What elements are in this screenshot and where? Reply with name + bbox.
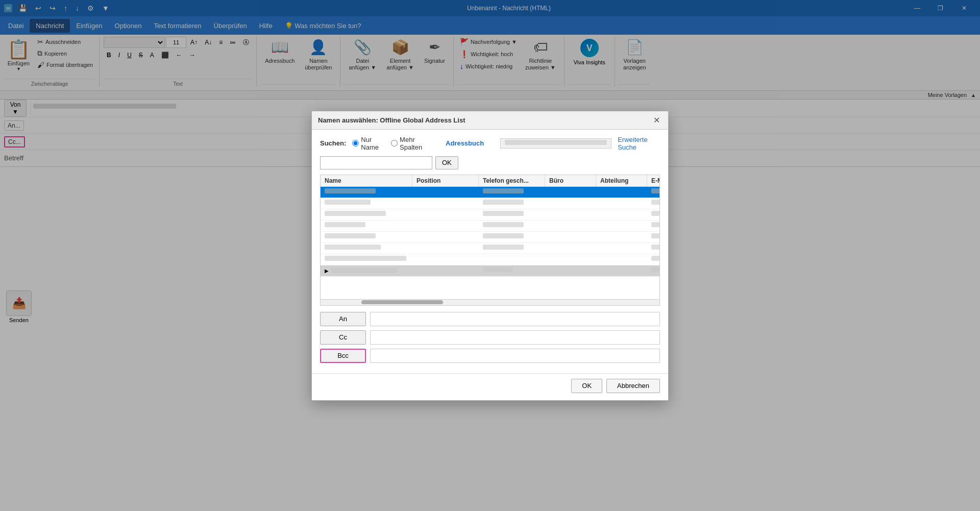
- row-buero: [545, 270, 596, 272]
- dialog-ok-button[interactable]: OK: [571, 379, 602, 393]
- header-telefon: Telefon gesch...: [479, 175, 545, 186]
- bcc-recipient-row: Bcc: [320, 349, 660, 363]
- row-abt: [596, 258, 647, 260]
- table-row[interactable]: [321, 254, 659, 265]
- row-email: [647, 255, 659, 264]
- an-recipient-button[interactable]: An: [320, 312, 366, 326]
- row-abt: [596, 202, 647, 204]
- row-abt: [596, 213, 647, 215]
- row-pos: [412, 247, 479, 249]
- radio-nur-name[interactable]: Nur Name: [352, 136, 385, 151]
- server-name-blur: [505, 140, 607, 145]
- row-buero: [545, 191, 596, 193]
- row-name: [321, 232, 412, 241]
- search-label: Suchen:: [320, 139, 346, 147]
- bcc-recipient-input[interactable]: [370, 349, 660, 363]
- dialog-title: Namen auswählen: Offline Global Address …: [318, 116, 465, 124]
- dialog-close-button[interactable]: ✕: [651, 115, 662, 125]
- table-row[interactable]: [321, 187, 659, 198]
- radio-nur-name-input[interactable]: [352, 140, 359, 147]
- address-dialog: Namen auswählen: Offline Global Address …: [311, 111, 669, 401]
- address-table-container: Name Position Telefon gesch... Büro Abte…: [320, 175, 660, 306]
- table-row[interactable]: [321, 232, 659, 243]
- dialog-body: Suchen: Nur Name Mehr Spalten Adressbuch…: [312, 130, 668, 373]
- row-email: [647, 266, 659, 275]
- search-input[interactable]: [320, 156, 432, 169]
- row-tel: [479, 244, 545, 253]
- dialog-title-bar: Namen auswählen: Offline Global Address …: [312, 111, 668, 130]
- search-input-row: OK: [320, 156, 660, 169]
- header-buero: Büro: [545, 175, 596, 186]
- row-abt: [596, 191, 647, 193]
- row-pos: [412, 270, 479, 272]
- row-name: [321, 187, 412, 197]
- row-email: [647, 244, 659, 253]
- row-pos: [412, 236, 479, 238]
- horizontal-scrollbar[interactable]: [321, 299, 659, 305]
- row-tel: [479, 210, 545, 219]
- header-name: Name: [321, 175, 412, 186]
- table-row[interactable]: ▶: [321, 265, 659, 277]
- row-pos: [412, 258, 479, 260]
- row-email: [647, 210, 659, 219]
- header-position: Position: [412, 175, 479, 186]
- row-abt: [596, 247, 647, 249]
- row-buero: [545, 258, 596, 260]
- row-tel: [479, 187, 545, 197]
- row-abt: [596, 236, 647, 238]
- cc-recipient-row: Cc: [320, 330, 660, 345]
- radio-mehr-spalten-label: Mehr Spalten: [400, 136, 431, 151]
- row-pos: [412, 213, 479, 215]
- address-table-header: Name Position Telefon gesch... Büro Abte…: [321, 175, 659, 187]
- row-email: [647, 221, 659, 230]
- row-pos: [412, 202, 479, 204]
- row-buero: [545, 247, 596, 249]
- row-email: [647, 187, 659, 197]
- row-name: ▶: [321, 267, 412, 275]
- radio-nur-name-label: Nur Name: [361, 136, 385, 151]
- row-pos: [412, 191, 479, 193]
- row-buero: [545, 225, 596, 227]
- row-buero: [545, 213, 596, 215]
- row-tel: [479, 199, 545, 208]
- an-recipient-input[interactable]: [370, 312, 660, 326]
- table-row[interactable]: [321, 243, 659, 254]
- table-row[interactable]: [321, 198, 659, 209]
- erweiterte-suche-link[interactable]: Erweiterte Suche: [618, 136, 660, 151]
- adressbuch-link[interactable]: Adressbuch: [446, 139, 484, 147]
- dialog-abbrechen-button[interactable]: Abbrechen: [606, 379, 660, 393]
- table-row[interactable]: [321, 209, 659, 221]
- row-tel: [479, 232, 545, 241]
- row-email: [647, 199, 659, 208]
- radio-mehr-spalten[interactable]: Mehr Spalten: [391, 136, 431, 151]
- row-pos: [412, 225, 479, 227]
- bcc-recipient-button[interactable]: Bcc: [320, 349, 366, 363]
- row-abt: [596, 225, 647, 227]
- row-buero: [545, 236, 596, 238]
- dialog-footer: OK Abbrechen: [312, 373, 668, 400]
- table-row[interactable]: [321, 221, 659, 232]
- header-abteilung: Abteilung: [596, 175, 647, 186]
- row-name: [321, 199, 412, 208]
- row-name: [321, 244, 412, 253]
- recipient-section: An Cc Bcc: [320, 312, 660, 363]
- row-name: [321, 210, 412, 219]
- row-name: [321, 221, 412, 230]
- addressbook-server: [500, 138, 611, 149]
- address-table-body[interactable]: ▶: [321, 187, 659, 299]
- an-recipient-row: An: [320, 312, 660, 326]
- search-ok-button[interactable]: OK: [435, 156, 458, 169]
- radio-mehr-spalten-input[interactable]: [391, 140, 398, 147]
- row-tel: [479, 258, 545, 260]
- row-name: [321, 255, 412, 264]
- row-tel: [479, 221, 545, 230]
- row-abt: [596, 270, 647, 272]
- dialog-overlay: Namen auswählen: Offline Global Address …: [0, 0, 980, 511]
- row-buero: [545, 202, 596, 204]
- header-email: E-Mail-Adresse: [647, 175, 660, 186]
- horizontal-scrollbar-thumb: [361, 300, 443, 304]
- cc-recipient-input[interactable]: [370, 330, 660, 345]
- cc-recipient-button[interactable]: Cc: [320, 330, 366, 345]
- row-email: [647, 232, 659, 241]
- row-tel: [479, 266, 545, 275]
